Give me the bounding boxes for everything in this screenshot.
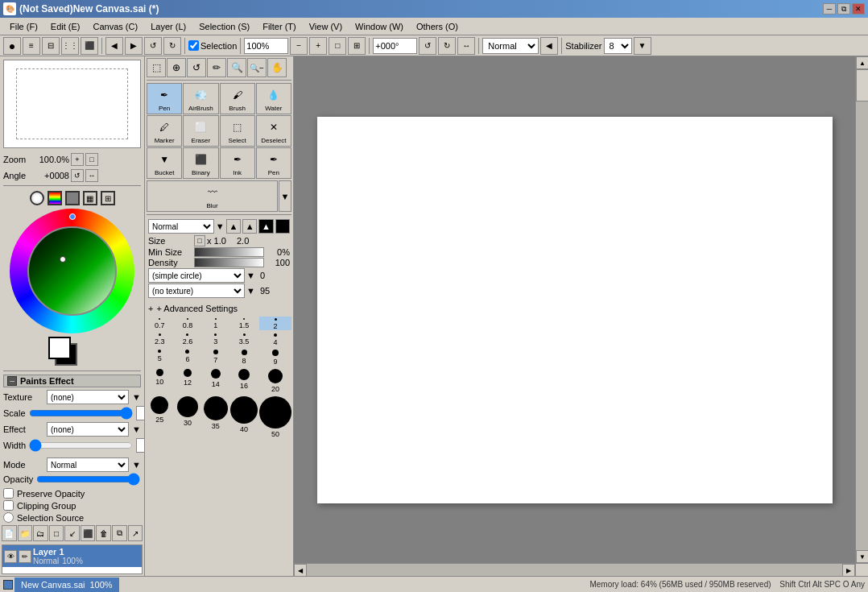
rotate-cw[interactable]: ↻	[438, 37, 456, 55]
mode-left[interactable]: ◀	[540, 37, 558, 55]
selection-checkbox[interactable]	[188, 40, 199, 51]
size-collapse-btn[interactable]: □	[194, 235, 205, 246]
brush-size-4[interactable]: 4	[259, 332, 291, 346]
color-mode-gradient[interactable]	[48, 191, 62, 205]
brush-size-35[interactable]: 35	[202, 395, 229, 438]
sel-pen[interactable]: ✏	[207, 58, 226, 77]
color-wheel[interactable]	[10, 209, 134, 333]
color-mode-gray[interactable]	[65, 191, 80, 205]
tool-airbrush[interactable]: 💨 AirBrush	[183, 83, 218, 114]
flip-h[interactable]: ↔	[457, 37, 475, 55]
width-max-input[interactable]	[136, 438, 145, 453]
nav-ccw[interactable]: ↺	[144, 37, 162, 55]
color-wheel-container[interactable]	[10, 209, 134, 333]
zoom-reset[interactable]: +	[71, 153, 84, 166]
sel-lasso[interactable]: ⊕	[167, 58, 186, 77]
tool-binary[interactable]: ⬛ Binary	[183, 147, 218, 179]
layer-item[interactable]: 👁 ✏ Layer 1 Normal 100%	[2, 545, 142, 567]
layer-move-down[interactable]: ↙	[64, 525, 80, 541]
sel-magic[interactable]: ↺	[187, 58, 206, 77]
zoom-minus[interactable]: −	[290, 37, 308, 55]
menu-others[interactable]: Others (O)	[410, 20, 465, 33]
color-mode-wheel[interactable]	[30, 191, 44, 205]
view-btn-4[interactable]: ⋮⋮	[61, 37, 79, 55]
menu-selection[interactable]: Selection (S)	[192, 20, 256, 33]
zoom-in[interactable]: 🔍	[227, 58, 246, 77]
scroll-up-btn[interactable]: ▲	[856, 56, 868, 69]
blend-triangle3[interactable]: ▲	[258, 219, 273, 234]
rotate-ccw[interactable]: ↺	[419, 37, 436, 55]
paints-effect-panel-title[interactable]: ─ Paints Effect	[3, 375, 141, 387]
zoom-fit[interactable]: □	[329, 37, 346, 55]
scroll-track-v[interactable]	[856, 69, 868, 550]
texture-select[interactable]: (none)	[47, 390, 129, 404]
drawing-canvas[interactable]	[317, 117, 833, 503]
nav-prev[interactable]: ◀	[105, 37, 123, 55]
tool-ink[interactable]: ✒ Ink	[220, 147, 255, 179]
scroll-right-btn[interactable]: ▶	[842, 564, 855, 576]
layer-mask[interactable]: □	[49, 525, 64, 541]
stabilizer-select[interactable]: 8	[604, 38, 632, 54]
brush-size-16[interactable]: 16	[230, 367, 258, 393]
color-square[interactable]	[27, 226, 117, 316]
stab-dropdown[interactable]: ▼	[634, 37, 651, 55]
brush-size-3[interactable]: 3	[202, 332, 229, 346]
layer-lock-btn[interactable]: ✏	[19, 550, 31, 563]
preserve-opacity-checkbox[interactable]	[3, 488, 14, 499]
layer-mode-select[interactable]: Normal	[47, 457, 129, 472]
brush-size-0.7[interactable]: 0.7	[147, 317, 173, 330]
layer-visibility-btn[interactable]: 👁	[4, 550, 17, 563]
brush-size-20[interactable]: 20	[259, 367, 291, 393]
layer-copy[interactable]: ⧉	[112, 525, 127, 541]
min-size-slider[interactable]	[194, 247, 264, 257]
width-slider[interactable]	[29, 440, 133, 451]
tool-bucket[interactable]: ▼ Bucket	[147, 147, 182, 179]
brush-size-7[interactable]: 7	[202, 348, 229, 366]
tool-marker[interactable]: 🖊 Marker	[147, 115, 182, 147]
layer-delete[interactable]: 🗑	[96, 525, 111, 541]
color-mode-palette[interactable]: ▦	[83, 191, 97, 205]
brush-tool-scroll-down[interactable]: ▼	[279, 180, 291, 212]
brush-size-10[interactable]: 10	[147, 367, 173, 393]
zoom-plus[interactable]: +	[309, 37, 327, 55]
nav-cw[interactable]: ↻	[163, 37, 181, 55]
tool-water[interactable]: 💧 Water	[256, 83, 291, 114]
panel-collapse-icon[interactable]: ─	[7, 376, 17, 386]
brush-size-3.5[interactable]: 3.5	[230, 332, 258, 346]
clipping-group-checkbox[interactable]	[3, 500, 14, 511]
brush-shape-select[interactable]: (simple circle)	[148, 268, 245, 283]
zoom-fit-btn[interactable]: □	[85, 153, 98, 166]
selection-source-radio[interactable]	[3, 512, 14, 523]
close-button[interactable]: ✕	[852, 3, 865, 14]
effect-select[interactable]: (none)	[47, 422, 129, 437]
scroll-thumb-v[interactable]	[856, 69, 868, 101]
tool-eraser[interactable]: ⬜ Eraser	[183, 115, 218, 147]
layer-fill[interactable]: ⬛	[81, 525, 96, 541]
menu-filter[interactable]: Filter (T)	[256, 20, 303, 33]
brush-size-0.8[interactable]: 0.8	[175, 317, 201, 330]
brush-size-2.6[interactable]: 2.6	[175, 332, 201, 346]
blend-black[interactable]	[275, 219, 290, 234]
rotation-input[interactable]	[373, 38, 417, 54]
advanced-settings-header[interactable]: + + Advanced Settings	[145, 302, 293, 315]
scroll-left-btn[interactable]: ◀	[294, 564, 307, 576]
menu-layer[interactable]: Layer (L)	[144, 20, 192, 33]
scale-input[interactable]	[136, 406, 145, 420]
menu-file[interactable]: File (F)	[3, 20, 44, 33]
brush-size-25[interactable]: 25	[147, 395, 173, 438]
brush-size-1.5[interactable]: 1.5	[230, 317, 258, 330]
restore-button[interactable]: ⧉	[837, 3, 850, 14]
brush-size-40[interactable]: 40	[230, 395, 258, 438]
tool-select[interactable]: ⬚ Select	[220, 115, 255, 147]
layer-folder2[interactable]: 🗂	[33, 525, 48, 541]
brush-size-8[interactable]: 8	[230, 348, 258, 366]
tool-pen2[interactable]: ✒ Pen	[256, 147, 291, 179]
brush-size-5[interactable]: 5	[147, 348, 173, 366]
new-layer-btn[interactable]: 📄	[2, 525, 17, 541]
tool-pen[interactable]: ✒ Pen	[147, 83, 182, 114]
brush-size-6[interactable]: 6	[175, 348, 201, 366]
view-btn-1[interactable]: ●	[3, 37, 21, 55]
menu-window[interactable]: Window (W)	[349, 20, 410, 33]
brush-size-9[interactable]: 9	[259, 348, 291, 366]
brush-blend-mode[interactable]: Normal Multiply Screen	[148, 219, 214, 234]
